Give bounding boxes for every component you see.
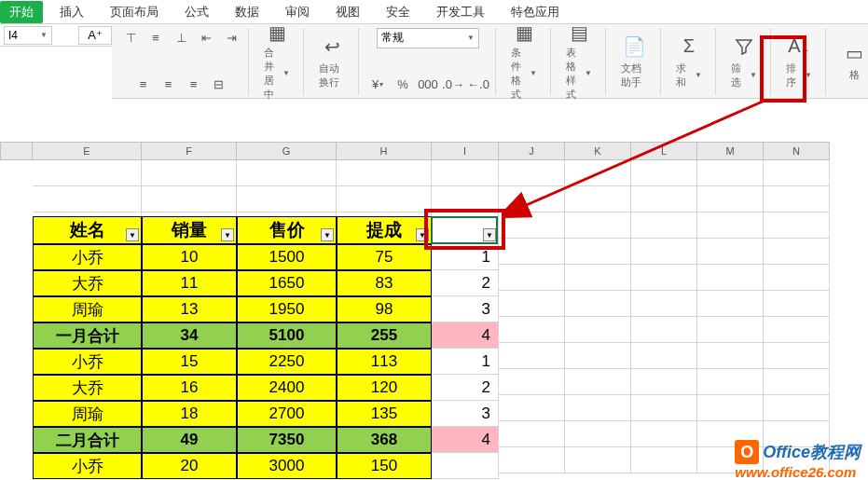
wrap-icon: ↩ [319,34,345,48]
format-icon: ▭ [841,40,867,47]
indent-increase-button[interactable]: ⇥ [220,28,242,48]
alignment-group: ⊤ ≡ ⊥ ⇤ ⇥ ≡ ≡ ≡ ⊟ [114,28,249,48]
highlight-filter-box [760,35,806,47]
merge-icon: ▦ [264,21,290,44]
tab-insert[interactable]: 插入 [47,1,97,23]
align-middle-button[interactable]: ≡ [145,28,167,48]
filter-icon [731,34,757,48]
sigma-icon: Σ [676,34,702,48]
tab-review[interactable]: 审阅 [272,1,323,23]
tab-view[interactable]: 视图 [323,1,373,23]
tab-start[interactable]: 开始 [0,1,43,23]
wrap-text-button[interactable]: ↩ 自动换行 [311,28,352,48]
filter-button[interactable]: 筛选▼ [723,28,765,48]
table-style-button[interactable]: ▤ 表格样式▼ [558,28,599,48]
number-format-combo[interactable]: 常规▼ [377,28,479,48]
doc-helper-button[interactable]: 📄 文档助手 [613,28,654,48]
tab-data[interactable]: 数据 [222,1,272,23]
cond-format-button[interactable]: ▦ 条件格式▼ [503,28,544,48]
cond-format-icon: ▦ [511,21,537,44]
align-top-button[interactable]: ⊤ [119,28,142,48]
tab-dev[interactable]: 开发工具 [423,1,498,23]
format-button[interactable]: ▭ 格 [834,28,868,48]
indent-decrease-button[interactable]: ⇤ [195,28,217,48]
tab-layout[interactable]: 页面布局 [97,1,172,23]
number-format-group: 常规▼ ¥▾ % 000 .0→ ←.0 [361,28,496,48]
merge-center-button[interactable]: ▦ 合并居中▼ [256,28,297,48]
name-box[interactable]: I4▼ [4,26,52,45]
font-increase-button[interactable]: A⁺ [78,26,112,45]
align-bottom-button[interactable]: ⊥ [170,28,192,48]
doc-helper-icon: 📄 [621,34,647,48]
sum-button[interactable]: Σ 求和▼ [668,28,710,48]
tab-special[interactable]: 特色应用 [498,1,572,23]
tab-formula[interactable]: 公式 [172,1,222,23]
table-style-icon: ▤ [566,21,592,44]
tab-security[interactable]: 安全 [373,1,423,23]
